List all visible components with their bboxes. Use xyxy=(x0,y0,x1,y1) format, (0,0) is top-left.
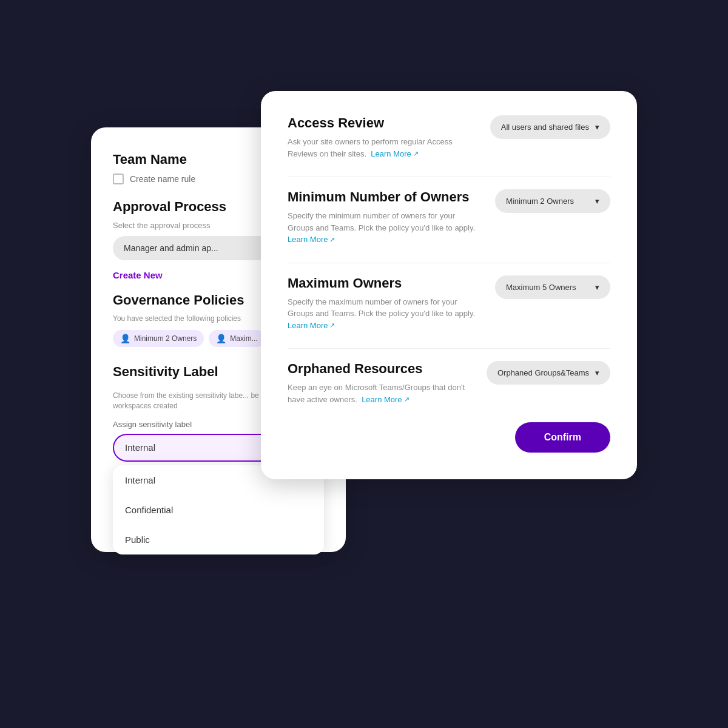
max-owners-dropdown[interactable]: Maximum 5 Owners ▾ xyxy=(495,275,610,299)
access-review-dropdown-chevron: ▾ xyxy=(595,123,599,132)
min-owners-desc: Specify the minimum number of owners for… xyxy=(288,210,483,246)
policy-chip-min-owners: 👤 Minimum 2 Owners xyxy=(113,330,204,347)
max-owners-dropdown-chevron: ▾ xyxy=(595,283,599,292)
policy-chip-max-owners: 👤 Maxim... xyxy=(209,330,265,347)
orphaned-learn-more[interactable]: Learn More ↗ xyxy=(362,394,409,406)
dropdown-item-confidential[interactable]: Confidential xyxy=(113,495,324,525)
chip-icon-min: 👤 xyxy=(120,334,130,343)
min-owners-text: Minimum Number of Owners Specify the min… xyxy=(288,189,483,246)
chip-icon-max: 👤 xyxy=(216,334,226,343)
access-review-text: Access Review Ask your site owners to pe… xyxy=(288,115,478,160)
create-name-rule-label: Create name rule xyxy=(130,174,195,184)
max-owners-learn-more[interactable]: Learn More ↗ xyxy=(288,320,335,332)
min-owners-learn-more[interactable]: Learn More ↗ xyxy=(288,234,335,246)
orphaned-resources-text: Orphaned Resources Keep an eye on Micros… xyxy=(288,361,474,405)
max-owners-desc: Specify the maximum number of owners for… xyxy=(288,296,483,332)
access-review-dropdown-value: All users and shared files xyxy=(501,123,589,132)
chip-label-max: Maxim... xyxy=(230,334,257,343)
max-owners-text: Maximum Owners Specify the maximum numbe… xyxy=(288,275,483,332)
max-owners-dropdown-value: Maximum 5 Owners xyxy=(506,283,576,292)
min-owners-dropdown[interactable]: Minimum 2 Owners ▾ xyxy=(495,189,610,213)
max-owners-title: Maximum Owners xyxy=(288,275,483,291)
min-learn-more-icon: ↗ xyxy=(329,235,335,245)
confirm-button[interactable]: Confirm xyxy=(515,422,610,453)
max-learn-more-icon: ↗ xyxy=(329,320,335,331)
min-owners-dropdown-value: Minimum 2 Owners xyxy=(506,197,574,206)
divider-1 xyxy=(288,177,610,177)
min-owners-row: Minimum Number of Owners Specify the min… xyxy=(288,189,610,246)
max-owners-row: Maximum Owners Specify the maximum numbe… xyxy=(288,275,610,332)
access-review-row: Access Review Ask your site owners to pe… xyxy=(288,115,610,160)
orphaned-dropdown-chevron: ▾ xyxy=(595,368,599,377)
access-review-title: Access Review xyxy=(288,115,478,131)
divider-2 xyxy=(288,263,610,263)
orphaned-resources-row: Orphaned Resources Keep an eye on Micros… xyxy=(288,361,610,405)
right-card: Access Review Ask your site owners to pe… xyxy=(261,91,637,479)
orphaned-resources-desc: Keep an eye on Microsoft Teams/Groups th… xyxy=(288,382,474,405)
min-owners-dropdown-chevron: ▾ xyxy=(595,197,599,206)
orphaned-resources-title: Orphaned Resources xyxy=(288,361,474,377)
min-owners-title: Minimum Number of Owners xyxy=(288,189,483,205)
access-review-learn-more[interactable]: Learn More ↗ xyxy=(371,148,418,160)
dropdown-item-public[interactable]: Public xyxy=(113,525,324,554)
orphaned-dropdown-value: Orphaned Groups&Teams xyxy=(497,368,589,377)
access-review-desc: Ask your site owners to perform regular … xyxy=(288,136,478,160)
learn-more-external-icon: ↗ xyxy=(413,149,419,159)
orphaned-learn-more-icon: ↗ xyxy=(404,394,410,405)
sensitivity-label-title: Sensitivity Label xyxy=(113,364,218,380)
divider-3 xyxy=(288,348,610,349)
chip-label-min: Minimum 2 Owners xyxy=(134,334,197,343)
sensitivity-dropdown-value: Internal xyxy=(125,442,155,453)
create-name-rule-checkbox[interactable] xyxy=(113,174,124,184)
orphaned-dropdown[interactable]: Orphaned Groups&Teams ▾ xyxy=(487,361,610,385)
access-review-dropdown[interactable]: All users and shared files ▾ xyxy=(490,115,610,139)
